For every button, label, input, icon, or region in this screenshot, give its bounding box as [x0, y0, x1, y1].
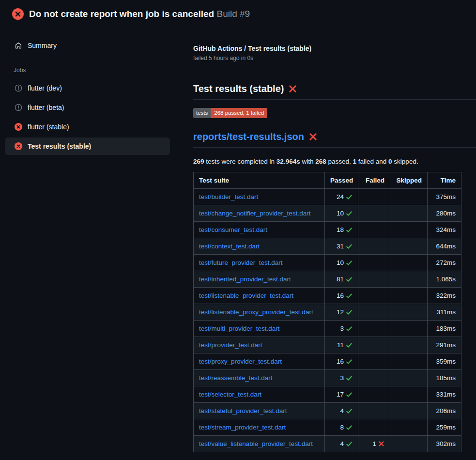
- test-suite-link[interactable]: test/stream_provider_test.dart: [199, 424, 286, 431]
- time-cell: 359ms: [428, 353, 461, 370]
- test-suite-link[interactable]: test/proxy_provider_test.dart: [199, 358, 282, 365]
- test-suite-link[interactable]: test/inherited_provider_test.dart: [199, 276, 291, 283]
- test-suite-link[interactable]: test/future_provider_test.dart: [199, 259, 283, 266]
- failed-icon: [15, 123, 22, 131]
- divider: [193, 70, 476, 70]
- test-suite-link[interactable]: test/context_test.dart: [199, 243, 260, 250]
- summary-total: 269: [193, 158, 204, 165]
- check-icon: [346, 227, 353, 233]
- check-icon: [346, 375, 353, 382]
- test-suite-cell: test/stream_provider_test.dart: [194, 419, 325, 436]
- sidebar-item-summary[interactable]: Summary: [5, 39, 170, 52]
- test-suite-cell: test/reassemble_test.dart: [194, 370, 325, 386]
- skipped-cell: [390, 353, 428, 370]
- test-suite-cell: test/proxy_provider_test.dart: [194, 353, 325, 370]
- table-row: test/change_notifier_provider_test.dart1…: [194, 205, 461, 222]
- check-icon: [346, 276, 353, 283]
- time-cell: 375ms: [428, 189, 461, 205]
- passed-cell: 11: [325, 337, 358, 353]
- test-summary-line: 269 tests were completed in 32.964s with…: [193, 158, 476, 165]
- failed-cell: [358, 304, 390, 321]
- sidebar-item-flutter-beta[interactable]: flutter (beta): [5, 98, 170, 117]
- time-cell: 322ms: [428, 288, 461, 304]
- sidebar-item-label: flutter (beta): [28, 104, 64, 111]
- sidebar-item-label: Summary: [28, 42, 57, 49]
- passed-cell: 3: [325, 321, 358, 337]
- test-suite-link[interactable]: test/value_listenable_provider_test.dart: [199, 440, 313, 447]
- test-suite-link[interactable]: test/change_notifier_provider_test.dart: [199, 210, 310, 217]
- test-suite-cell: test/change_notifier_provider_test.dart: [194, 205, 325, 222]
- time-cell: 302ms: [428, 436, 461, 452]
- passed-cell: 10: [325, 255, 358, 271]
- skipped-cell: [390, 205, 428, 222]
- time-cell: 644ms: [428, 238, 461, 255]
- sidebar-item-label: Test results (stable): [28, 142, 91, 150]
- check-icon: [346, 243, 353, 250]
- summary-passed: 268: [315, 158, 326, 165]
- skipped-cell: [390, 271, 428, 288]
- table-row: test/selector_test.dart17331ms: [194, 386, 461, 403]
- failed-cell: [358, 386, 390, 403]
- check-icon: [346, 408, 353, 414]
- time-cell: 272ms: [428, 255, 461, 271]
- time-cell: 206ms: [428, 403, 461, 419]
- summary-failed: 1: [353, 158, 357, 165]
- sidebar-item-flutter-dev[interactable]: flutter (dev): [5, 78, 170, 98]
- failed-cell: [358, 419, 390, 436]
- table-row: test/listenable_proxy_provider_test.dart…: [194, 304, 461, 321]
- table-row: test/reassemble_test.dart3185ms: [194, 370, 461, 386]
- test-suite-link[interactable]: test/selector_test.dart: [199, 391, 261, 398]
- failed-cell: [358, 271, 390, 288]
- failed-cell: [358, 189, 390, 205]
- passed-cell: 31: [325, 238, 358, 255]
- sidebar-item-label: flutter (dev): [28, 84, 62, 92]
- test-suite-link[interactable]: test/reassemble_test.dart: [199, 374, 273, 382]
- time-cell: 280ms: [428, 205, 461, 222]
- table-header-row: Test suite Passed Failed Skipped Time: [194, 172, 461, 189]
- passed-cell: 12: [325, 304, 358, 321]
- table-row: test/future_provider_test.dart10272ms: [194, 255, 461, 271]
- cancelled-icon: [15, 104, 22, 111]
- failed-x-icon: [309, 133, 317, 141]
- sidebar: Summary Jobs flutter (dev): [0, 27, 193, 156]
- failed-cell: [358, 353, 390, 370]
- skipped-cell: [390, 288, 428, 304]
- failed-cell: [358, 337, 390, 353]
- sidebar-item-flutter-stable[interactable]: flutter (stable): [5, 117, 170, 137]
- time-cell: 259ms: [428, 419, 461, 436]
- page-title: Do not create report when job is cancell…: [29, 9, 250, 19]
- check-icon: [346, 358, 353, 365]
- col-header-failed: Failed: [358, 172, 390, 189]
- failed-cell: [358, 205, 390, 222]
- page: Do not create report when job is cancell…: [0, 0, 476, 452]
- check-icon: [346, 260, 353, 266]
- failed-cell: [358, 238, 390, 255]
- table-row: test/builder_test.dart24375ms: [194, 189, 461, 205]
- col-header-test-suite: Test suite: [194, 172, 325, 189]
- test-suite-link[interactable]: test/builder_test.dart: [199, 193, 258, 200]
- test-suite-link[interactable]: test/multi_provider_test.dart: [199, 325, 280, 332]
- failed-cell: [358, 288, 390, 304]
- test-suite-cell: test/selector_test.dart: [194, 386, 325, 403]
- skipped-cell: [390, 337, 428, 353]
- test-suite-link[interactable]: test/stateful_provider_test.dart: [199, 407, 287, 414]
- test-suite-link[interactable]: test/consumer_test.dart: [199, 226, 267, 233]
- report-file-link[interactable]: reports/test-results.json: [193, 131, 304, 142]
- x-icon: [378, 441, 384, 447]
- test-suite-cell: test/value_listenable_provider_test.dart: [194, 436, 325, 452]
- test-suite-link[interactable]: test/listenable_provider_test.dart: [199, 292, 293, 299]
- summary-duration: 32.964s: [276, 158, 300, 165]
- passed-cell: 24: [325, 189, 358, 205]
- test-suite-link[interactable]: test/provider_test.dart: [199, 341, 262, 349]
- table-row: test/proxy_provider_test.dart16359ms: [194, 353, 461, 370]
- home-icon: [15, 42, 22, 49]
- test-suite-link[interactable]: test/listenable_proxy_provider_test.dart: [199, 308, 313, 316]
- sidebar-item-test-results-stable[interactable]: Test results (stable): [5, 138, 170, 155]
- passed-cell: 3: [325, 370, 358, 386]
- time-cell: 291ms: [428, 337, 461, 353]
- run-meta: failed 5 hours ago in 0s: [193, 55, 476, 61]
- time-cell: 183ms: [428, 321, 461, 337]
- skipped-cell: [390, 238, 428, 255]
- col-header-skipped: Skipped: [390, 172, 428, 189]
- test-suite-cell: test/listenable_proxy_provider_test.dart: [194, 304, 325, 321]
